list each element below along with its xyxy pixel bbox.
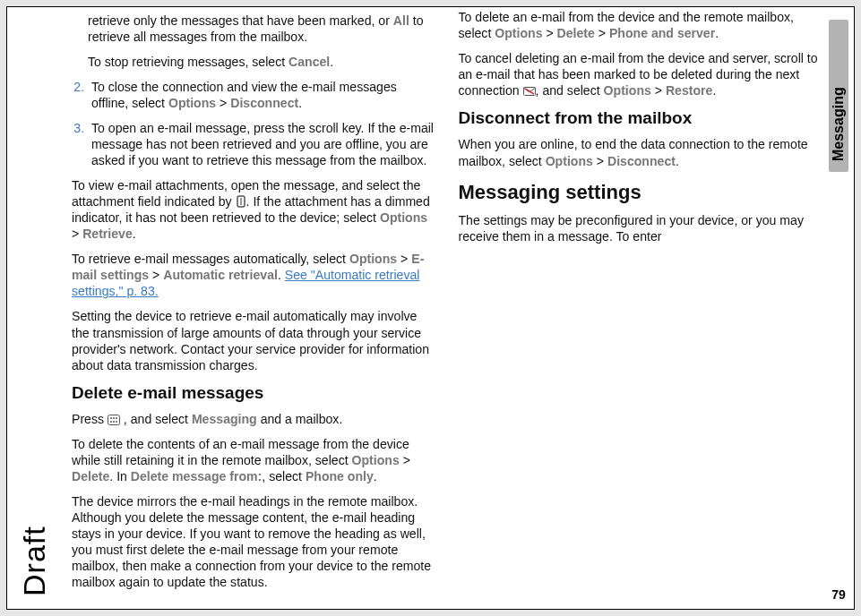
ui-term-options: Options	[546, 154, 593, 168]
ui-term-phone-and-server: Phone and server	[609, 26, 715, 40]
paragraph: Press , and select Messaging and a mailb…	[72, 411, 435, 427]
ui-term-phone-only: Phone only	[306, 469, 374, 483]
ui-term-messaging: Messaging	[192, 412, 257, 426]
paragraph: The device mirrors the e-mail headings i…	[72, 493, 435, 590]
marked-mail-icon	[523, 84, 536, 95]
paragraph: To delete the contents of an e-mail mess…	[72, 436, 435, 484]
heading-disconnect: Disconnect from the mailbox	[459, 107, 822, 129]
ui-term-cancel: Cancel	[288, 55, 330, 69]
svg-point-3	[110, 417, 112, 419]
svg-rect-2	[108, 415, 119, 424]
paragraph: To delete an e-mail from the device and …	[459, 9, 822, 41]
ui-term-options: Options	[495, 26, 542, 40]
section-tab-label: Messaging	[831, 87, 847, 161]
ui-term-automatic-retrieval: Automatic retrieval	[163, 268, 278, 282]
step-3: To open an e-mail message, press the scr…	[88, 120, 435, 168]
ui-term-disconnect: Disconnect	[607, 154, 676, 168]
page: Messaging 79 Draft retrieve only the mes…	[6, 6, 855, 610]
svg-point-4	[113, 417, 115, 419]
ui-term-retrieve: Retrieve	[82, 227, 133, 241]
draft-watermark: Draft	[17, 526, 52, 596]
heading-messaging-settings: Messaging settings	[459, 180, 822, 205]
attachment-icon	[236, 195, 246, 208]
paragraph: To stop retrieving messages, select Canc…	[88, 54, 435, 70]
svg-point-8	[116, 421, 117, 423]
ui-term-options: Options	[380, 210, 427, 225]
ui-term-options: Options	[352, 453, 400, 467]
step-2: To close the connection and view the e-m…	[88, 79, 435, 111]
ui-term-options: Options	[168, 96, 216, 110]
paragraph: retrieve only the messages that have bee…	[88, 13, 435, 45]
paragraph: To retrieve e-mail messages automaticall…	[72, 251, 435, 299]
svg-point-7	[113, 421, 115, 423]
ui-term-restore: Restore	[666, 83, 712, 98]
page-number: 79	[829, 587, 848, 602]
ui-term-options: Options	[604, 83, 651, 98]
heading-delete-email: Delete e-mail messages	[72, 382, 435, 404]
menu-key-icon	[108, 413, 120, 424]
section-tab: Messaging	[829, 20, 848, 172]
ui-term-all: All	[393, 13, 409, 28]
ui-term-options: Options	[349, 252, 397, 266]
paragraph: When you are online, to end the data con…	[459, 136, 822, 168]
ui-term-delete: Delete	[557, 26, 595, 40]
paragraph: To view e-mail attachments, open the mes…	[72, 177, 435, 242]
ui-term-delete-from: Delete message from:	[131, 469, 262, 483]
svg-point-6	[110, 421, 112, 423]
ui-term-delete: Delete	[72, 469, 109, 483]
paragraph: Setting the device to retrieve e-mail au…	[72, 308, 435, 372]
svg-point-5	[116, 417, 117, 419]
paragraph: The settings may be preconfigured in you…	[459, 212, 822, 244]
numbered-steps: To close the connection and view the e-m…	[72, 79, 435, 168]
ui-term-disconnect: Disconnect	[230, 96, 298, 110]
content-columns: retrieve only the messages that have bee…	[72, 9, 822, 607]
paragraph: To cancel deleting an e-mail from the de…	[459, 50, 822, 98]
draft-watermark-container: Draft	[22, 7, 65, 609]
